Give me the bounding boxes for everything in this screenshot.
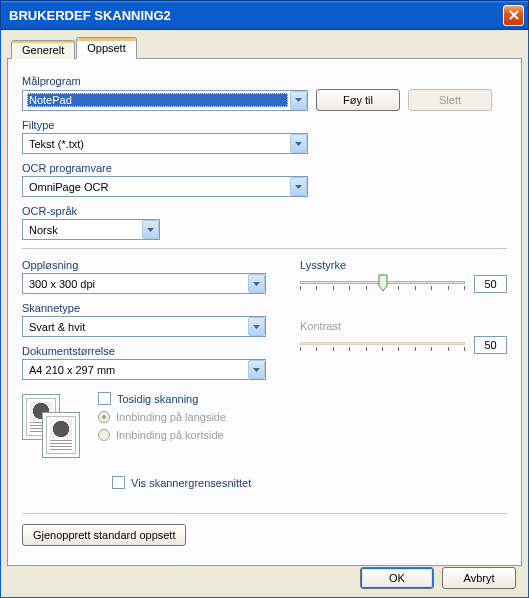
tabstrip: Generelt Oppsett	[11, 36, 522, 58]
close-button[interactable]	[503, 5, 524, 26]
dropdown-button[interactable]	[248, 274, 265, 293]
label-ocr-language: OCR-språk	[22, 205, 507, 217]
select-ocr-software-value: OmniPage OCR	[27, 180, 288, 194]
slider-brightness[interactable]: 50	[300, 281, 507, 290]
label-ocr-software: OCR programvare	[22, 162, 507, 174]
chevron-down-icon	[295, 98, 302, 102]
duplex-illustration	[22, 394, 86, 470]
select-scan-type-value: Svart & hvit	[27, 320, 246, 334]
slider-brightness-thumb[interactable]	[378, 274, 388, 292]
radio-bind-short-label: Innbinding på kortside	[116, 429, 224, 441]
tab-setup[interactable]: Oppsett	[76, 37, 137, 59]
chevron-down-icon	[253, 282, 260, 286]
window-title: BRUKERDEF SKANNING2	[9, 8, 171, 23]
chevron-down-icon	[147, 228, 154, 232]
slider-ticks	[300, 347, 465, 351]
dropdown-button[interactable]	[142, 220, 159, 239]
select-scan-type[interactable]: Svart & hvit	[22, 316, 266, 337]
label-resolution: Oppløsning	[22, 259, 282, 271]
dropdown-button[interactable]	[290, 91, 307, 110]
select-file-type-value: Tekst (*.txt)	[27, 137, 288, 151]
dialog-footer: OK Avbryt	[1, 559, 528, 597]
label-target-app: Målprogram	[22, 75, 507, 87]
label-brightness: Lysstyrke	[300, 259, 507, 271]
select-document-size[interactable]: A4 210 x 297 mm	[22, 359, 266, 380]
delete-button: Slett	[408, 89, 492, 111]
chevron-down-icon	[253, 325, 260, 329]
titlebar: BRUKERDEF SKANNING2	[0, 0, 529, 30]
select-target-app-value: NotePad	[27, 93, 288, 107]
select-file-type[interactable]: Tekst (*.txt)	[22, 133, 308, 154]
slider-contrast: 50	[300, 342, 507, 351]
slider-thumb-icon	[378, 274, 388, 292]
checkbox-duplex-label: Tosidig skanning	[117, 393, 198, 405]
select-ocr-language-value: Norsk	[27, 223, 140, 237]
dropdown-button[interactable]	[290, 177, 307, 196]
tab-general[interactable]: Generelt	[11, 40, 75, 59]
chevron-down-icon	[295, 185, 302, 189]
divider	[22, 248, 507, 249]
label-file-type: Filtype	[22, 119, 507, 131]
slider-contrast-value: 50	[474, 336, 507, 354]
checkbox-duplex[interactable]	[98, 392, 111, 405]
cancel-button[interactable]: Avbryt	[442, 567, 516, 589]
select-target-app[interactable]: NotePad	[22, 90, 308, 111]
checkbox-show-scanner-ui[interactable]	[112, 476, 125, 489]
dropdown-button[interactable]	[248, 360, 265, 379]
client-area: Generelt Oppsett Målprogram NotePad Føy …	[0, 30, 529, 598]
divider	[22, 513, 507, 514]
chevron-down-icon	[253, 368, 260, 372]
dropdown-button[interactable]	[248, 317, 265, 336]
add-button[interactable]: Føy til	[316, 89, 400, 111]
select-ocr-language[interactable]: Norsk	[22, 219, 160, 240]
select-ocr-software[interactable]: OmniPage OCR	[22, 176, 308, 197]
select-resolution-value: 300 x 300 dpi	[27, 277, 246, 291]
slider-brightness-value: 50	[474, 275, 507, 293]
label-contrast: Kontrast	[300, 320, 507, 332]
dropdown-button[interactable]	[290, 134, 307, 153]
chevron-down-icon	[295, 142, 302, 146]
select-document-size-value: A4 210 x 297 mm	[27, 363, 246, 377]
label-scan-type: Skannetype	[22, 302, 282, 314]
radio-bind-short	[98, 429, 110, 441]
page-thumb-icon	[42, 412, 80, 458]
label-document-size: Dokumentstørrelse	[22, 345, 282, 357]
select-resolution[interactable]: 300 x 300 dpi	[22, 273, 266, 294]
checkbox-show-scanner-ui-label: Vis skannergrensesnittet	[131, 477, 251, 489]
radio-bind-long	[98, 411, 110, 423]
restore-defaults-button[interactable]: Gjenopprett standard oppsett	[22, 524, 186, 546]
close-icon	[509, 10, 519, 20]
radio-bind-long-label: Innbinding på langside	[116, 411, 226, 423]
ok-button[interactable]: OK	[360, 567, 434, 589]
tab-panel-setup: Målprogram NotePad Føy til Slett Filtype…	[7, 58, 522, 566]
